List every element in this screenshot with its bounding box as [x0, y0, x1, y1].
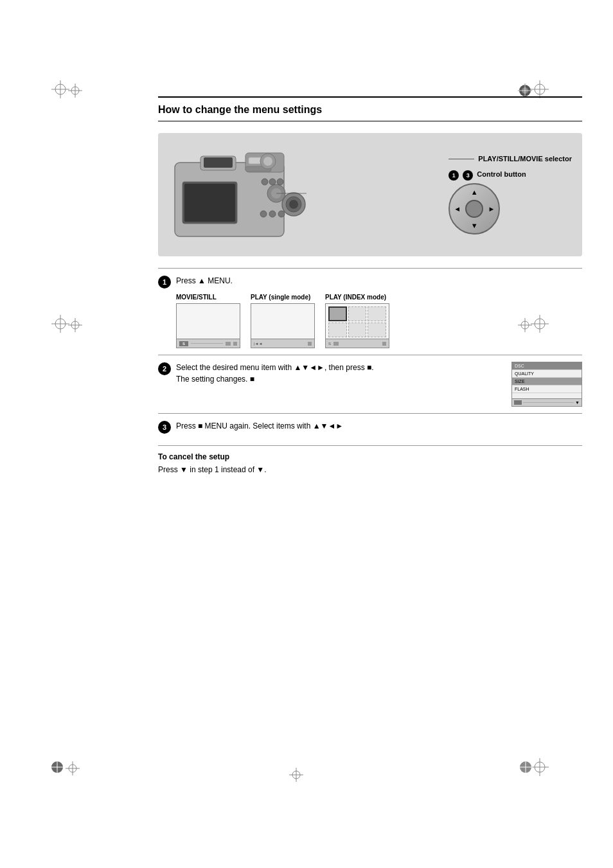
- svg-point-52: [269, 179, 276, 185]
- step-3-text: Press ■ MENU again. Select items with ▲▼…: [176, 420, 582, 432]
- page-title: How to change the menu settings: [158, 100, 582, 118]
- title-rule-bottom: [158, 121, 582, 121]
- menu-row-size: SIZE: [512, 378, 582, 385]
- svg-point-63: [263, 157, 272, 166]
- reg-mark-bot-left-outer: [48, 758, 66, 778]
- selector-label-container: PLAY/STILL/MOVIE selector: [449, 155, 572, 163]
- step-2-text: Select the desired menu item with ▲▼◄►, …: [176, 362, 501, 385]
- menu-row-flash: FLASH: [512, 385, 582, 393]
- step-2-number: 2: [158, 362, 171, 375]
- control-button-label: Control button: [477, 170, 526, 178]
- svg-point-56: [278, 211, 285, 217]
- menu-row-dsc: DSC: [512, 362, 582, 370]
- mode-play-index: PLAY (INDEX mode) S: [325, 294, 389, 348]
- step-1-section: 1 Press ▲ MENU. MOVIE/STILL S PLAY (s: [158, 268, 582, 355]
- reg-mark-bot-right-outer: [531, 758, 549, 778]
- mode-diagrams-row: MOVIE/STILL S PLAY (single mode): [176, 294, 582, 348]
- svg-point-59: [289, 200, 298, 209]
- cancel-section: To cancel the setup Press ▼ in step 1 in…: [158, 445, 582, 482]
- step-1-number: 1: [158, 276, 171, 288]
- control-badges-row: 1 3 Control button: [449, 170, 526, 181]
- step-1-header: 1 Press ▲ MENU.: [158, 275, 582, 288]
- reg-mark-top-left-outer: [51, 80, 69, 100]
- reg-mark-bot-right-inner: [519, 760, 533, 776]
- step-ref: 1: [215, 465, 219, 474]
- svg-rect-48: [184, 184, 235, 222]
- menu-row-quality: QUALITY: [512, 370, 582, 378]
- play-single-screen-bar: |◄◄: [251, 339, 314, 348]
- step-2-text-col: 2 Select the desired menu item with ▲▼◄►…: [158, 362, 501, 390]
- movie-still-screen-bar: S: [177, 339, 240, 348]
- mode-play-single-screen: |◄◄: [251, 303, 315, 348]
- mode-play-index-label: PLAY (INDEX mode): [325, 294, 386, 301]
- step-3-header: 3 Press ■ MENU again. Select items with …: [158, 420, 582, 434]
- title-rule-top: [158, 96, 582, 98]
- svg-point-54: [260, 211, 267, 217]
- svg-rect-61: [249, 157, 262, 164]
- cancel-text: Press ▼ in step 1 instead of ▼.: [158, 464, 582, 475]
- menu-rows: DSC QUALITY SIZE FLASH: [512, 362, 582, 393]
- menu-display: DSC QUALITY SIZE FLASH ▼: [511, 362, 582, 407]
- control-button-container: 1 3 Control button ▲ ▼ ◄ ►: [449, 170, 526, 235]
- reg-mark-mid-left-inner: [68, 318, 82, 334]
- badge-3: 3: [463, 170, 473, 181]
- main-content: How to change the menu settings: [158, 96, 582, 482]
- selector-label: PLAY/STILL/MOVIE selector: [478, 155, 572, 163]
- mode-movie-still-screen: S: [176, 303, 240, 348]
- step-1-text: Press ▲ MENU.: [176, 275, 582, 287]
- mode-movie-still: MOVIE/STILL S: [176, 294, 240, 348]
- camera-diagram: PLAY/STILL/MOVIE selector 1 3 Control bu…: [158, 133, 582, 256]
- step-3-number: 3: [158, 421, 171, 434]
- reg-mark-bot-center: [289, 768, 303, 784]
- menu-display-container: DSC QUALITY SIZE FLASH ▼: [511, 362, 582, 407]
- step-3-section: 3 Press ■ MENU again. Select items with …: [158, 413, 582, 445]
- mode-play-single: PLAY (single mode) |◄◄: [251, 294, 315, 348]
- mode-play-index-screen: S: [325, 303, 389, 348]
- menu-bar-bottom: ▼: [512, 398, 582, 406]
- mode-play-single-label: PLAY (single mode): [251, 294, 310, 301]
- center-button: [465, 200, 483, 218]
- svg-point-55: [269, 211, 276, 217]
- step-2-header: 2 Select the desired menu item with ▲▼◄►…: [158, 362, 501, 385]
- reg-mark-mid-left-outer: [51, 315, 69, 335]
- svg-rect-46: [204, 157, 233, 168]
- reg-mark-bot-left-inner: [66, 761, 80, 777]
- step-2-section: 2 Select the desired menu item with ▲▼◄►…: [158, 355, 582, 413]
- svg-point-51: [262, 179, 268, 185]
- camera-illustration: [168, 143, 310, 246]
- control-button-visual: ▲ ▼ ◄ ►: [449, 183, 500, 235]
- camera-right-panel: PLAY/STILL/MOVIE selector 1 3 Control bu…: [449, 155, 572, 235]
- svg-point-53: [277, 179, 283, 185]
- badge-1: 1: [449, 170, 459, 181]
- play-index-screen-bar: S: [326, 339, 389, 348]
- cancel-header: To cancel the setup: [158, 452, 582, 461]
- reg-mark-top-left-inner: [68, 84, 82, 100]
- step-2-row: 2 Select the desired menu item with ▲▼◄►…: [158, 362, 582, 407]
- selector-line: [449, 159, 474, 159]
- mode-movie-still-label: MOVIE/STILL: [176, 294, 217, 301]
